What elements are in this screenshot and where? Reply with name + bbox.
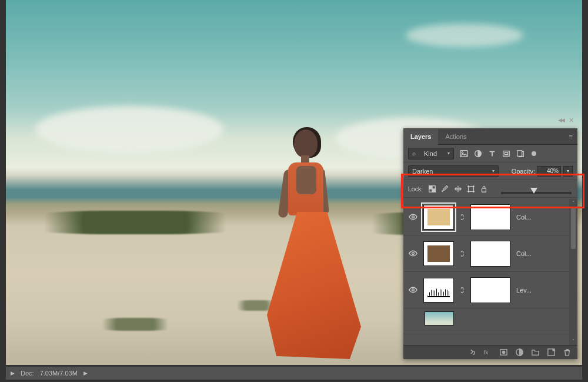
visibility-icon[interactable] <box>408 285 417 294</box>
expand-left-icon[interactable]: ▶ <box>11 370 15 376</box>
layer-mask-thumbnail[interactable] <box>470 277 510 303</box>
layer-row[interactable] <box>403 308 577 334</box>
lock-brush-icon[interactable] <box>440 185 450 193</box>
group-icon[interactable] <box>531 348 540 357</box>
link-mask-icon[interactable] <box>459 286 466 294</box>
layers-scrollbar[interactable]: ˄ ˅ <box>569 199 577 345</box>
lock-all-icon[interactable] <box>479 185 489 193</box>
filter-kind-select[interactable]: ⌕ Kind ▾ <box>408 148 454 160</box>
scroll-up-icon[interactable]: ˄ <box>572 200 574 205</box>
chevron-down-icon: ▾ <box>447 151 450 156</box>
panel-tabs: Layers Actions ≡ <box>403 128 577 145</box>
blend-row: Darken ▾ Opacity: 40% ▾ <box>403 162 577 180</box>
opacity-value: 40% <box>547 168 559 174</box>
opacity-input[interactable]: 40% <box>537 166 561 177</box>
blend-mode-select[interactable]: Darken ▾ <box>408 165 499 177</box>
layer-thumbnail[interactable] <box>423 309 454 334</box>
layer-name[interactable]: Col... <box>516 214 573 221</box>
layer-row[interactable]: Col... <box>403 235 577 272</box>
link-mask-icon[interactable] <box>459 213 466 221</box>
panel-collapse-bar[interactable]: ◀◀ ✕ <box>403 112 577 128</box>
svg-rect-4 <box>517 150 522 156</box>
layer-row[interactable]: Lev... <box>403 272 577 308</box>
visibility-icon[interactable] <box>408 249 417 258</box>
doc-label: Doc: <box>21 370 34 377</box>
layer-thumbnail[interactable] <box>423 278 454 303</box>
fx-icon[interactable]: fx <box>483 348 492 357</box>
link-layers-icon[interactable] <box>467 348 476 357</box>
image-icon[interactable] <box>460 150 468 158</box>
trash-icon[interactable] <box>563 348 572 357</box>
mask-icon[interactable] <box>499 348 508 357</box>
layer-filter-row: ⌕ Kind ▾ <box>403 145 577 162</box>
smartobject-icon[interactable] <box>516 150 524 158</box>
layers-panel-footer: fx <box>403 345 577 359</box>
layers-list: Col... Col... Lev... <box>403 199 577 345</box>
layers-panel: ◀◀ ✕ Layers Actions ≡ ⌕ Kind ▾ Darken ▾ … <box>403 128 577 359</box>
type-icon[interactable] <box>488 150 496 158</box>
panel-menu-icon[interactable]: ≡ <box>564 131 577 142</box>
shape-icon[interactable] <box>502 150 510 158</box>
lock-artboard-icon[interactable] <box>466 185 476 193</box>
doc-size: 7.03M/7.03M <box>40 370 78 377</box>
lock-row: Lock: <box>403 180 577 198</box>
tab-layers[interactable]: Layers <box>403 129 438 145</box>
svg-text:fx: fx <box>484 350 489 356</box>
adjustment-layer-icon[interactable] <box>515 348 524 357</box>
opacity-dropdown[interactable]: ▾ <box>563 166 573 177</box>
expand-right-icon[interactable]: ▶ <box>83 370 88 376</box>
svg-rect-0 <box>460 150 467 157</box>
svg-rect-7 <box>482 188 486 192</box>
layer-thumbnail[interactable] <box>423 205 454 230</box>
lock-transparency-icon[interactable] <box>427 185 437 193</box>
lock-position-icon[interactable] <box>453 185 463 193</box>
layer-name[interactable]: Col... <box>516 250 573 257</box>
opacity-slider-thumb[interactable] <box>530 188 537 194</box>
svg-point-8 <box>412 216 414 218</box>
tab-actions[interactable]: Actions <box>438 129 473 144</box>
chevron-down-icon: ▾ <box>492 168 495 174</box>
filter-toggle-icon[interactable] <box>532 151 536 156</box>
layer-name[interactable]: Lev... <box>516 287 573 294</box>
adjustment-icon[interactable] <box>474 150 482 158</box>
close-icon[interactable]: ✕ <box>569 117 574 124</box>
collapse-icon[interactable]: ◀◀ <box>558 117 564 123</box>
link-mask-icon[interactable] <box>459 250 466 258</box>
status-bar: ▶ Doc: 7.03M/7.03M ▶ <box>6 367 582 380</box>
new-layer-icon[interactable] <box>547 348 556 357</box>
svg-point-9 <box>412 253 414 255</box>
opacity-label: Opacity: <box>512 168 535 175</box>
layer-mask-thumbnail[interactable] <box>470 241 510 267</box>
scroll-thumb[interactable] <box>571 207 576 249</box>
scroll-down-icon[interactable]: ˅ <box>572 338 574 344</box>
filter-kind-label: Kind <box>424 150 437 157</box>
layer-row[interactable]: Col... <box>403 199 577 235</box>
layer-thumbnail[interactable] <box>423 241 454 266</box>
svg-point-10 <box>412 289 414 291</box>
svg-point-13 <box>502 351 506 354</box>
layer-mask-thumbnail[interactable] <box>470 204 510 230</box>
visibility-icon[interactable] <box>408 212 417 221</box>
svg-rect-6 <box>469 186 474 191</box>
svg-rect-3 <box>503 151 510 156</box>
lock-label: Lock: <box>408 185 423 192</box>
blend-mode-value: Darken <box>412 168 433 175</box>
